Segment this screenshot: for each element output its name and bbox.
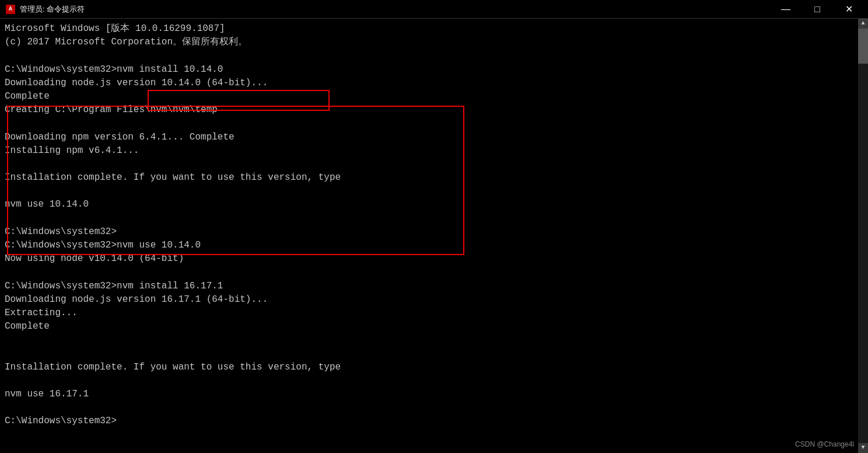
line-21: Downloading node.js version 16.17.1 (64-… bbox=[5, 294, 268, 305]
cmd-3: nvm install 16.17.1 bbox=[117, 281, 223, 291]
scrollbar[interactable]: ▲ ▼ bbox=[858, 19, 868, 453]
close-button[interactable]: ✕ bbox=[835, 0, 862, 19]
prompt-1: C:\Windows\system32> bbox=[5, 64, 117, 75]
scrollbar-track[interactable] bbox=[858, 29, 868, 443]
line-20: C:\Windows\system32>nvm install 16.17.1 bbox=[5, 281, 223, 291]
line-14: nvm use 10.14.0 bbox=[5, 199, 89, 210]
prompt-3: C:\Windows\system32> bbox=[5, 281, 117, 291]
watermark: CSDN @Change4l bbox=[795, 440, 854, 449]
line-23: Complete bbox=[5, 321, 50, 332]
cmd-1: nvm install 10.14.0 bbox=[117, 64, 223, 75]
maximize-button[interactable]: □ bbox=[804, 0, 831, 19]
line-9: Downloading npm version 6.4.1... Complet… bbox=[5, 132, 235, 142]
cmd-2: nvm use 10.14.0 bbox=[117, 240, 201, 250]
line-18: Now using node v10.14.0 (64-bit) bbox=[5, 253, 184, 264]
line-16: C:\Windows\system32> bbox=[5, 226, 117, 237]
window-controls: — □ ✕ bbox=[772, 0, 862, 19]
line-4: C:\Windows\system32>nvm install 10.14.0 bbox=[5, 64, 223, 75]
minimize-button[interactable]: — bbox=[772, 0, 799, 19]
line-7: Creating C:\Program Files\nvm\nvm\temp bbox=[5, 104, 218, 115]
line-28: nvm use 16.17.1 bbox=[5, 389, 89, 399]
line-6: Complete bbox=[5, 91, 50, 102]
app-icon: A bbox=[6, 5, 15, 14]
terminal-content: Microsoft Windows [版本 10.0.16299.1087] (… bbox=[5, 22, 863, 449]
line-12: Installation complete. If you want to us… bbox=[5, 172, 341, 183]
line-10: Installing npm v6.4.1... bbox=[5, 145, 139, 156]
line-22: Extracting... bbox=[5, 308, 78, 318]
terminal-body[interactable]: Microsoft Windows [版本 10.0.16299.1087] (… bbox=[0, 19, 868, 453]
title-bar: A 管理员: 命令提示符 — □ ✕ bbox=[0, 0, 868, 19]
line-1: Microsoft Windows [版本 10.0.16299.1087] bbox=[5, 23, 225, 34]
line-17: C:\Windows\system32>nvm use 10.14.0 bbox=[5, 240, 201, 250]
line-26: Installation complete. If you want to us… bbox=[5, 362, 341, 372]
scrollbar-up-button[interactable]: ▲ bbox=[858, 19, 868, 29]
line-30: C:\Windows\system32> bbox=[5, 416, 117, 426]
scrollbar-down-button[interactable]: ▼ bbox=[858, 443, 868, 453]
line-5: Downloading node.js version 10.14.0 (64-… bbox=[5, 78, 268, 88]
scrollbar-thumb[interactable] bbox=[858, 29, 868, 64]
window-title: 管理员: 命令提示符 bbox=[20, 4, 772, 15]
cmd-window: A 管理员: 命令提示符 — □ ✕ Microsoft Windows [版本… bbox=[0, 0, 868, 453]
line-2: (c) 2017 Microsoft Corporation。保留所有权利。 bbox=[5, 37, 247, 47]
terminal-output: Microsoft Windows [版本 10.0.16299.1087] (… bbox=[5, 22, 852, 428]
prompt-2: C:\Windows\system32> bbox=[5, 240, 117, 250]
